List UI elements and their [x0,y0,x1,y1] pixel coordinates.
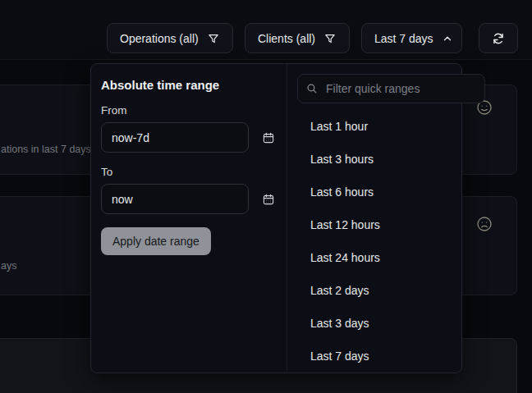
quick-ranges-search-box[interactable] [297,74,485,103]
quick-range-option-last-6-hours[interactable]: Last 6 hours [297,176,485,208]
calendar-icon [262,193,275,206]
chevron-up-icon [442,33,453,44]
quick-range-option-last-12-hours[interactable]: Last 12 hours [297,208,485,241]
to-input[interactable] [101,184,249,214]
to-calendar-button[interactable] [260,191,277,208]
operations-filter-label: Operations (all) [120,33,199,44]
quick-range-option-last-24-hours[interactable]: Last 24 hours [297,241,485,274]
quick-ranges-section: Last 1 hour Last 3 hours Last 6 hours La… [287,64,495,372]
absolute-time-range-section: Absolute time range From [91,64,287,372]
time-picker-dropdown: Absolute time range From [90,63,462,373]
clients-filter-button[interactable]: Clients (all) [245,23,350,53]
refresh-button[interactable] [479,23,518,53]
funnel-icon [207,32,220,45]
card-subtitle-partial: ations in last 7 days [1,144,91,155]
time-range-label: Last 7 days [374,33,433,44]
card-subtitle-partial: ays [1,260,16,272]
quick-range-option-last-3-days[interactable]: Last 3 days [297,307,485,340]
filter-quick-ranges-input[interactable] [324,81,476,96]
quick-range-option-last-1-hour[interactable]: Last 1 hour [297,110,485,143]
to-label: To [101,166,277,178]
quick-ranges-list: Last 1 hour Last 3 hours Last 6 hours La… [297,110,485,372]
absolute-time-range-title: Absolute time range [101,78,277,92]
refresh-icon [491,31,506,46]
apply-date-range-button[interactable]: Apply date range [101,227,211,255]
search-icon [306,83,318,94]
quick-range-option-last-3-hours[interactable]: Last 3 hours [297,143,485,176]
time-range-dropdown-button[interactable]: Last 7 days [361,23,462,53]
operations-filter-button[interactable]: Operations (all) [107,23,233,53]
from-calendar-button[interactable] [260,130,277,146]
from-input[interactable] [101,122,249,153]
clients-filter-label: Clients (all) [258,33,315,44]
quick-range-option-last-7-days[interactable]: Last 7 days [297,340,485,372]
quick-range-option-last-2-days[interactable]: Last 2 days [297,274,485,307]
calendar-icon [262,131,275,144]
from-label: From [101,104,277,117]
funnel-icon [323,32,337,45]
